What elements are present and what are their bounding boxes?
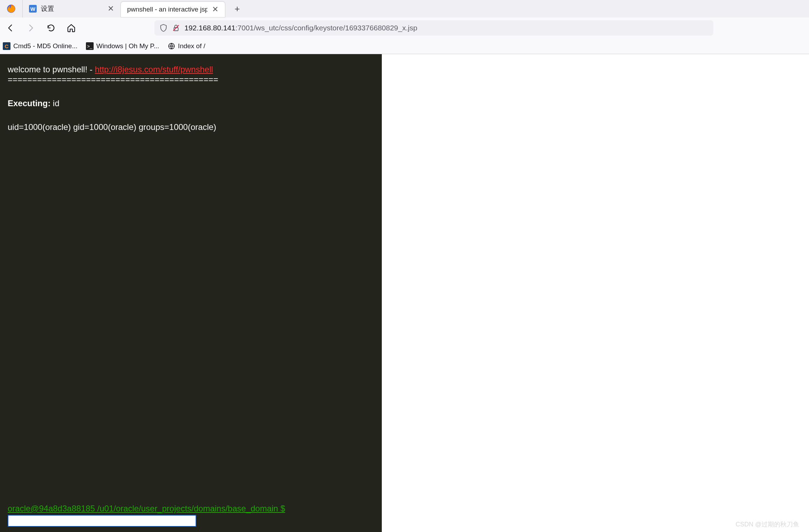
bookmark-label: Cmd5 - MD5 Online... — [13, 42, 78, 50]
globe-icon — [168, 42, 175, 50]
home-button[interactable] — [64, 21, 78, 35]
bookmark-label: Windows | Oh My P... — [96, 42, 159, 50]
shell-panel: welcome to pwnshell! - http://i8jesus.co… — [0, 54, 382, 532]
bookmark-indexof[interactable]: Index of / — [168, 42, 205, 50]
toolbar: 192.168.80.141:7001/ws_utc/css/config/ke… — [0, 17, 809, 38]
tab-title: pwnshell - an interactive jsp shell — [127, 6, 207, 13]
cmd5-icon: C — [3, 42, 10, 50]
shell-divider: ========================================… — [8, 75, 374, 85]
url-text: 192.168.80.141:7001/ws_utc/css/config/ke… — [184, 24, 417, 32]
bookmarks-bar: C Cmd5 - MD5 Online... >_ Windows | Oh M… — [0, 38, 809, 54]
tab-pwnshell[interactable]: pwnshell - an interactive jsp shell ✕ — [121, 1, 225, 17]
shell-bottom: oracle@94a8d3a88185 /u01/oracle/user_pro… — [8, 504, 374, 527]
reload-icon — [46, 23, 56, 32]
arrow-right-icon — [26, 23, 35, 32]
tab-title: 设置 — [41, 4, 103, 13]
bookmark-label: Index of / — [178, 42, 205, 50]
url-bar[interactable]: 192.168.80.141:7001/ws_utc/css/config/ke… — [154, 20, 713, 36]
arrow-left-icon — [6, 23, 15, 32]
shell-input[interactable] — [8, 515, 196, 527]
content-area: welcome to pwnshell! - http://i8jesus.co… — [0, 54, 809, 532]
close-icon[interactable]: ✕ — [212, 6, 219, 13]
shell-exec-line: Executing: id — [8, 99, 374, 108]
insecure-lock-icon — [172, 24, 180, 32]
exec-label: Executing: — [8, 99, 51, 108]
close-icon[interactable]: ✕ — [107, 5, 114, 12]
tab-settings[interactable]: W 设置 ✕ — [23, 0, 121, 17]
firefox-icon — [7, 4, 16, 13]
shell-output: uid=1000(oracle) gid=1000(oracle) groups… — [8, 122, 374, 132]
browser-chrome: W 设置 ✕ pwnshell - an interactive jsp she… — [0, 0, 809, 54]
forward-button[interactable] — [24, 21, 38, 35]
pinned-tab-firefox[interactable] — [0, 0, 23, 17]
bookmark-ohmyposh[interactable]: >_ Windows | Oh My P... — [86, 42, 159, 50]
shell-prompt: oracle@94a8d3a88185 /u01/oracle/user_pro… — [8, 504, 374, 513]
home-icon — [67, 23, 76, 32]
tab-strip: W 设置 ✕ pwnshell - an interactive jsp she… — [0, 0, 809, 17]
exec-cmd: id — [51, 99, 59, 108]
terminal-icon: >_ — [86, 42, 94, 50]
shell-welcome: welcome to pwnshell! - http://i8jesus.co… — [8, 64, 374, 75]
new-tab-button[interactable]: + — [229, 1, 245, 16]
pwnshell-link[interactable]: http://i8jesus.com/stuff/pwnshell — [95, 65, 213, 74]
bookmark-cmd5[interactable]: C Cmd5 - MD5 Online... — [3, 42, 78, 50]
shield-icon — [159, 24, 168, 32]
back-button[interactable] — [3, 21, 17, 35]
watermark: CSDN @过期的秋刀鱼 — [736, 520, 799, 529]
reload-button[interactable] — [44, 21, 58, 35]
weblogic-favicon: W — [29, 5, 37, 13]
